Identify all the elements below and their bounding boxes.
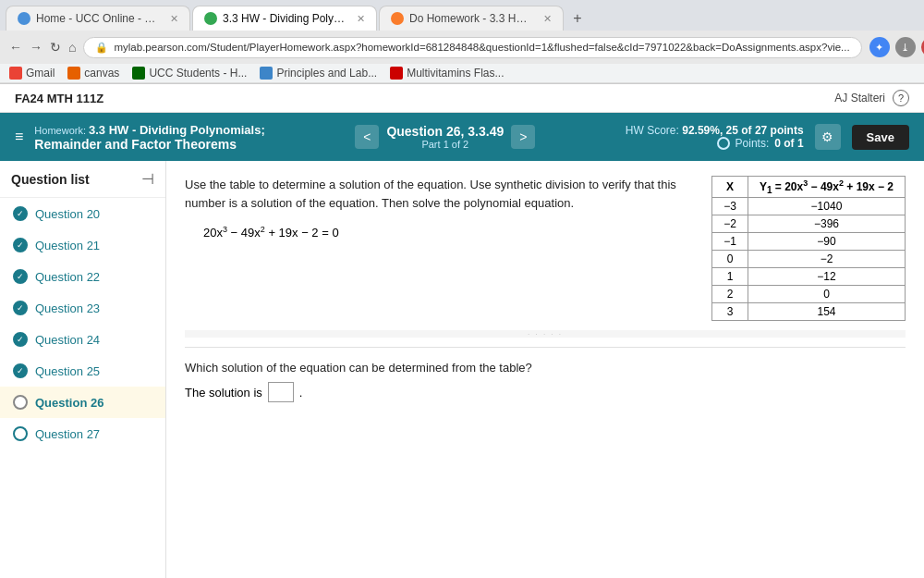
ext-icon-1[interactable]: ✦ (869, 37, 890, 57)
tab-label-home: Home - UCC Online - Sue Sh... (36, 12, 161, 25)
homework-header: ≡ Homework: 3.3 HW - Dividing Polynomial… (0, 113, 924, 161)
solution-input[interactable] (268, 382, 294, 402)
tab-close-home[interactable]: ✕ (170, 13, 178, 25)
help-icon[interactable]: ? (893, 90, 909, 106)
table-cell-y: −90 (748, 233, 905, 251)
ext-icon-2[interactable]: ⤓ (895, 37, 916, 57)
settings-button[interactable]: ⚙ (815, 124, 841, 150)
home-button[interactable]: ⌂ (68, 36, 76, 58)
next-question-button[interactable]: > (511, 125, 535, 149)
bookmark-multivitamins[interactable]: Multivitamins Flas... (390, 67, 504, 80)
hw-score-block: HW Score: 92.59%, 25 of 27 points Points… (626, 124, 804, 150)
multivitamins-icon (390, 67, 403, 80)
table-cell-x: 1 (712, 268, 748, 286)
resize-handle[interactable]: · · · · · (185, 330, 906, 338)
bookmark-label-gmail: Gmail (26, 67, 55, 80)
table-cell-y: 0 (748, 286, 905, 303)
menu-icon[interactable]: ≡ (15, 129, 23, 145)
extension-icons: ✦ ⤓ AJ (869, 37, 924, 57)
solution-period: . (299, 386, 303, 400)
question-block: Use the table to determine a solution of… (185, 176, 693, 254)
table-block: X Y1 = 20x3 − 49x2 + 19x − 2 −3−1040−2−3… (711, 176, 906, 330)
url-box[interactable]: 🔒 mylab.pearson.com/Student/PlayerHomewo… (83, 37, 861, 58)
solution-question-text: Which solution of the equation can be de… (185, 361, 906, 375)
hw-label: Homework: 3.3 HW - Dividing Polynomials; (34, 123, 264, 137)
main-layout: Question list ⊣ Question 20 Question 21 … (0, 161, 924, 578)
sidebar-label-q22: Question 22 (35, 270, 100, 284)
bookmark-ucc[interactable]: UCC Students - H... (132, 67, 247, 80)
bookmark-principles[interactable]: Principles and Lab... (260, 67, 377, 80)
tab-close-dividing[interactable]: ✕ (357, 13, 365, 25)
site-header: FA24 MTH 111Z AJ Stalteri ? (0, 84, 924, 113)
q21-status-icon (13, 238, 28, 252)
sidebar-label-q24: Question 24 (35, 333, 100, 347)
sidebar-label-q25: Question 25 (35, 364, 100, 378)
collapse-sidebar-button[interactable]: ⊣ (141, 170, 154, 188)
hw-title-line2: Remainder and Factor Theorems (34, 137, 264, 152)
address-bar: ← → ↻ ⌂ 🔒 mylab.pearson.com/Student/Play… (0, 31, 924, 64)
sidebar-label-q27: Question 27 (35, 427, 100, 441)
username: AJ Stalteri (834, 92, 885, 105)
bookmarks-bar: Gmail canvas UCC Students - H... Princip… (0, 64, 924, 83)
sidebar-item-q24[interactable]: Question 24 (0, 324, 165, 355)
table-cell-x: 0 (712, 251, 748, 268)
solution-section: Which solution of the equation can be de… (185, 361, 906, 402)
sidebar-item-q21[interactable]: Question 21 (0, 229, 165, 261)
table-row: −2−396 (712, 215, 906, 233)
bookmark-gmail[interactable]: Gmail (9, 67, 55, 80)
q26-status-icon (13, 395, 28, 410)
sidebar-item-q22[interactable]: Question 22 (0, 261, 165, 292)
site-title: FA24 MTH 111Z (15, 92, 103, 105)
back-button[interactable]: ← (9, 36, 22, 58)
sidebar-item-q20[interactable]: Question 20 (0, 198, 165, 229)
q24-status-icon (13, 332, 28, 347)
principles-icon (260, 67, 273, 80)
sidebar-label-q23: Question 23 (35, 301, 100, 315)
browser-chrome: Home - UCC Online - Sue Sh... ✕ 3.3 HW -… (0, 0, 924, 84)
tab-dividing[interactable]: 3.3 HW - Dividing Polynomia... ✕ (192, 6, 377, 31)
table-cell-x: 2 (712, 286, 748, 303)
bookmark-label-multivitamins: Multivitamins Flas... (407, 67, 504, 80)
bookmark-canvas[interactable]: canvas (67, 67, 119, 80)
equation-text: 20x3 − 49x2 + 19x − 2 = 0 (203, 226, 339, 240)
tab-label-dohomework: Do Homework - 3.3 HW - Di... (409, 12, 534, 25)
table-cell-x: 3 (712, 303, 748, 321)
table-cell-y: −1040 (748, 198, 905, 215)
tab-icon-dividing (204, 12, 217, 25)
tab-bar: Home - UCC Online - Sue Sh... ✕ 3.3 HW -… (0, 0, 924, 31)
solution-label: The solution is (185, 386, 262, 400)
points-line: Points: 0 of 1 (626, 137, 804, 150)
forward-button[interactable]: → (30, 36, 43, 58)
sidebar-item-q23[interactable]: Question 23 (0, 292, 165, 324)
sidebar-item-q27[interactable]: Question 27 (0, 418, 165, 449)
prev-question-button[interactable]: < (355, 125, 379, 149)
table-row: 20 (712, 286, 906, 303)
bookmark-label-ucc: UCC Students - H... (149, 67, 247, 80)
table-cell-y: 154 (748, 303, 905, 321)
sidebar-item-q26[interactable]: Question 26 (0, 387, 165, 418)
equation-block: 20x3 − 49x2 + 19x − 2 = 0 (203, 225, 693, 240)
resize-dots-icon: · · · · · (528, 330, 563, 338)
tab-icon-home (18, 12, 30, 25)
tab-dohomework[interactable]: Do Homework - 3.3 HW - Di... ✕ (379, 6, 564, 31)
table-cell-x: −3 (712, 198, 748, 215)
new-tab-button[interactable]: + (565, 6, 590, 31)
sidebar-item-q25[interactable]: Question 25 (0, 355, 165, 387)
question-part: Part 1 of 2 (386, 139, 504, 150)
table-row: −1−90 (712, 233, 906, 251)
ucc-icon (132, 67, 145, 80)
hw-header-right: HW Score: 92.59%, 25 of 27 points Points… (626, 124, 909, 150)
tab-close-dohomework[interactable]: ✕ (543, 13, 552, 25)
reload-button[interactable]: ↻ (50, 36, 61, 58)
url-text: mylab.pearson.com/Student/PlayerHomework… (114, 42, 849, 53)
section-divider (185, 347, 906, 348)
data-table: X Y1 = 20x3 − 49x2 + 19x − 2 −3−1040−2−3… (711, 176, 906, 321)
table-cell-y: −2 (748, 251, 905, 268)
exp2: 2 (261, 225, 265, 234)
question-info: Question 26, 3.3.49 Part 1 of 2 (386, 124, 504, 150)
save-button[interactable]: Save (852, 125, 909, 150)
table-cell-y: −396 (748, 215, 905, 233)
sidebar-label-q20: Question 20 (35, 207, 100, 221)
tab-home[interactable]: Home - UCC Online - Sue Sh... ✕ (6, 6, 190, 31)
table-row: 0−2 (712, 251, 906, 268)
